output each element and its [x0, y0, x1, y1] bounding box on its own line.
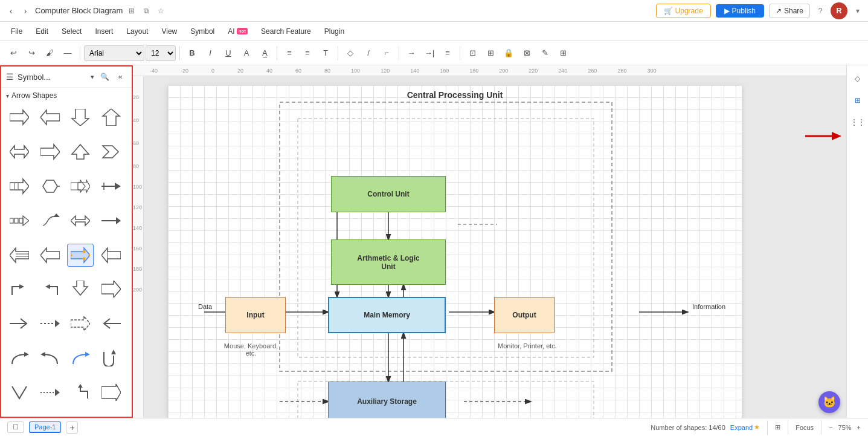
shape-blue-curved[interactable] [67, 347, 94, 369]
upgrade-button[interactable]: 🛒 Upgrade [656, 4, 711, 18]
shape-right-curved[interactable] [6, 347, 33, 369]
star-icon[interactable]: ☆ [155, 5, 166, 16]
underline-button[interactable]: U [220, 45, 237, 62]
main-memory-block[interactable]: Main Memory [328, 297, 446, 333]
page-icon-button[interactable]: ☐ [7, 421, 24, 433]
menu-view[interactable]: View [155, 25, 183, 38]
redo-button[interactable]: ↪ [23, 45, 40, 62]
menu-symbol[interactable]: Symbol [184, 25, 220, 38]
control-unit-block[interactable]: Control Unit [331, 176, 446, 212]
avatar[interactable]: R [831, 2, 847, 19]
lock-button[interactable]: 🔒 [500, 45, 517, 62]
shape-left-curved[interactable] [37, 347, 63, 369]
shape-left-right-arrow[interactable] [6, 140, 33, 163]
shape-right-open-arrow[interactable] [6, 312, 33, 335]
shape-right-wide[interactable] [98, 381, 124, 404]
add-page-button[interactable]: + [66, 421, 78, 434]
menu-plugin[interactable]: Plugin [318, 25, 350, 38]
shape-up-down[interactable] [67, 278, 94, 301]
line-end-button[interactable]: → [403, 45, 420, 62]
shape-dots-arrow[interactable] [37, 381, 63, 404]
line-weight-button[interactable]: ≡ [439, 45, 456, 62]
shape-s-arrow[interactable] [37, 209, 63, 232]
focus-label[interactable]: Focus [796, 424, 814, 431]
shape-down-v[interactable] [6, 381, 33, 404]
auxiliary-storage-block[interactable]: Auxiliary Storage [328, 382, 446, 418]
menu-select[interactable]: Select [56, 25, 88, 38]
shape-u-turn[interactable] [98, 347, 124, 369]
shape-up-arrow[interactable] [98, 106, 124, 129]
ungroup-button[interactable]: ⊠ [518, 45, 535, 62]
grid-panel-button[interactable]: ⋮⋮ [849, 114, 866, 131]
font-color-button[interactable]: A [238, 45, 255, 62]
fill-button[interactable]: ◇ [342, 45, 359, 62]
shape-triple-bar[interactable] [6, 209, 33, 232]
menu-layout[interactable]: Layout [120, 25, 154, 38]
chatbot-button[interactable]: 🐱 [818, 391, 840, 413]
output-block[interactable]: Output [494, 297, 555, 333]
shape-dotted-line[interactable] [37, 312, 63, 335]
arrow-shapes-section[interactable]: ▾ Arrow Shapes [1, 88, 132, 103]
shape-up-chevron[interactable] [67, 140, 94, 163]
shape-hexagon-arrow[interactable] [37, 175, 63, 198]
share-button[interactable]: ↗ Share [769, 4, 810, 18]
undo-button[interactable]: ↩ [5, 45, 22, 62]
font-size-selector[interactable]: 12 [146, 45, 176, 61]
alu-block[interactable]: Arthmetic & Logic Unit [331, 239, 446, 285]
bold-button[interactable]: B [184, 45, 201, 62]
shape-left-right-double[interactable] [67, 209, 94, 232]
text-button[interactable]: T [317, 45, 334, 62]
sidebar-search-button[interactable]: 🔍 [98, 70, 111, 83]
font-selector[interactable]: Arial [84, 45, 144, 61]
zoom-in-button[interactable]: + [857, 424, 861, 431]
shape-right-single[interactable] [98, 209, 124, 232]
expand-button[interactable]: Expand [730, 424, 753, 431]
shape-right-outline[interactable] [37, 140, 63, 163]
shape-right-plain[interactable] [98, 278, 124, 301]
canvas-inner[interactable]: Data Information [168, 85, 742, 418]
shape-right-arrow[interactable] [6, 106, 33, 129]
shape-up-left[interactable] [67, 381, 94, 404]
shape-right-turn[interactable] [6, 278, 33, 301]
publish-button[interactable]: ▶ Publish [716, 4, 764, 18]
line-style-button[interactable]: / [360, 45, 377, 62]
grid-icon[interactable]: ⊞ [126, 5, 137, 16]
connector-button[interactable]: ⌐ [378, 45, 395, 62]
shape-arrow-lines[interactable] [98, 175, 124, 198]
container-button[interactable]: ⊞ [482, 45, 499, 62]
layers-panel-button[interactable]: ⊞ [849, 92, 866, 109]
menu-insert[interactable]: Insert [89, 25, 119, 38]
italic-button[interactable]: I [202, 45, 219, 62]
shape-right-selected[interactable] [67, 244, 94, 267]
account-chevron[interactable]: ▾ [852, 5, 863, 16]
shape-right-chevron[interactable] [98, 140, 124, 163]
page-tab[interactable]: Page-1 [29, 421, 61, 433]
menu-edit[interactable]: Edit [30, 25, 54, 38]
paint-button[interactable]: 🖌 [41, 45, 58, 62]
back-button[interactable]: ‹ [5, 5, 17, 17]
layers-icon[interactable]: ⊞ [775, 423, 780, 431]
canvas-scroll[interactable]: Data Information [144, 76, 846, 418]
font-highlight-button[interactable]: A̲ [256, 45, 273, 62]
shape-dashed-right[interactable] [67, 312, 94, 335]
menu-ai[interactable]: AI hot [222, 25, 254, 38]
sidebar-collapse-button[interactable]: « [114, 70, 127, 83]
shape-multi-right[interactable] [67, 175, 94, 198]
shape-striped-right[interactable] [6, 175, 33, 198]
shadow-button[interactable]: ⊡ [464, 45, 481, 62]
zoom-out-button[interactable]: − [829, 424, 832, 431]
edit-button[interactable]: ✎ [536, 45, 553, 62]
external-link-icon[interactable]: ⧉ [141, 5, 152, 16]
shape-left-arrow[interactable] [37, 106, 63, 129]
forward-button[interactable]: › [19, 5, 31, 17]
format-panel-button[interactable]: ◇ [849, 70, 866, 87]
shape-left-open-arrow[interactable] [98, 312, 124, 335]
input-block[interactable]: Input [225, 297, 286, 333]
line-button[interactable]: — [59, 45, 76, 62]
line-start-button[interactable]: →| [421, 45, 438, 62]
shape-down-arrow[interactable] [67, 106, 94, 129]
sidebar-dropdown-icon[interactable]: ▾ [91, 73, 94, 81]
help-button[interactable]: ? [815, 5, 826, 16]
shape-left-block[interactable] [6, 244, 33, 267]
align-left-button[interactable]: ≡ [281, 45, 298, 62]
